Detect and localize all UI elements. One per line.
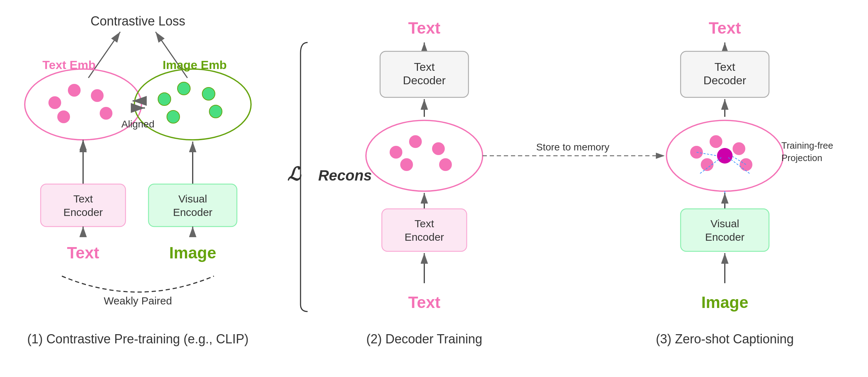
sec3-visual-encoder-box: [681, 209, 769, 251]
sec2-enc-label2: Encoder: [404, 231, 444, 243]
visual-encoder-label1: Visual: [178, 193, 207, 205]
sec2-dot-5: [439, 158, 452, 171]
weakly-paired-arc: [62, 276, 214, 292]
dot-pink-4: [57, 110, 70, 123]
training-free-label2: Projection: [781, 153, 822, 163]
sec3-text-decoder-label2: Decoder: [704, 74, 746, 87]
sec3-text-output: Text: [709, 19, 741, 37]
dot-pink-1: [48, 96, 61, 109]
dot-green-4: [167, 110, 180, 123]
section2-caption: (2) Decoder Training: [366, 332, 482, 346]
main-container: Contrastive Loss Text Emb Image Emb: [0, 0, 868, 377]
weakly-paired-label: Weakly Paired: [104, 295, 172, 307]
sec2-text-output: Text: [408, 19, 440, 37]
visual-encoder-label2: Encoder: [173, 206, 212, 218]
training-free-label1: Training-free: [781, 140, 833, 151]
sec3-dot-2: [710, 135, 722, 148]
sec3-vis-enc-label2: Encoder: [705, 231, 745, 243]
diagram-svg: Contrastive Loss Text Emb Image Emb: [0, 0, 868, 377]
sec2-text-decoder-label2: Decoder: [403, 74, 446, 87]
sec3-text-decoder-label1: Text: [715, 61, 735, 73]
text-input-label: Text: [67, 244, 99, 262]
section3-caption: (3) Zero-shot Captioning: [656, 332, 794, 346]
contrastive-loss-label: Contrastive Loss: [91, 14, 185, 28]
text-encoder-label1: Text: [73, 193, 93, 205]
dot-green-1: [158, 93, 171, 105]
section1-caption: (1) Contrastive Pre-training (e.g., CLIP…: [27, 332, 249, 346]
sec3-image-input-label: Image: [701, 293, 748, 312]
visual-encoder-box: [148, 184, 237, 227]
sec3-vis-enc-label1: Visual: [710, 218, 739, 229]
text-encoder-box: [41, 184, 126, 227]
image-input-label: Image: [169, 244, 216, 262]
dot-green-2: [177, 82, 190, 95]
sec2-dot-2: [409, 135, 422, 148]
sec2-dot-3: [432, 142, 445, 155]
sec2-text-encoder-box: [382, 209, 467, 251]
recons-bracket: [301, 42, 308, 312]
sec2-text-decoder-label1: Text: [414, 61, 435, 73]
dot-green-3: [202, 87, 215, 100]
dot-green-5: [209, 105, 222, 118]
dot-pink-2: [68, 84, 81, 97]
recons-sub-label: Recons: [318, 167, 372, 184]
recons-label: ℒ: [287, 164, 302, 184]
sec2-pink-ellipse: [366, 120, 483, 191]
store-to-memory-label: Store to memory: [536, 142, 610, 153]
aligned-label: Aligned: [121, 119, 154, 130]
sec3-dot-3: [733, 142, 745, 155]
sec2-dot-4: [400, 158, 413, 171]
image-emb-label: Image Emb: [163, 58, 227, 72]
text-encoder-label2: Encoder: [63, 206, 103, 218]
sec2-text-input-label: Text: [408, 293, 440, 312]
dot-pink-3: [91, 89, 104, 102]
text-emb-label: Text Emb: [42, 58, 96, 72]
sec2-dot-1: [390, 146, 402, 159]
sec3-center-dot: [717, 148, 733, 164]
dot-pink-5: [100, 107, 112, 120]
sec2-enc-label1: Text: [414, 218, 434, 229]
